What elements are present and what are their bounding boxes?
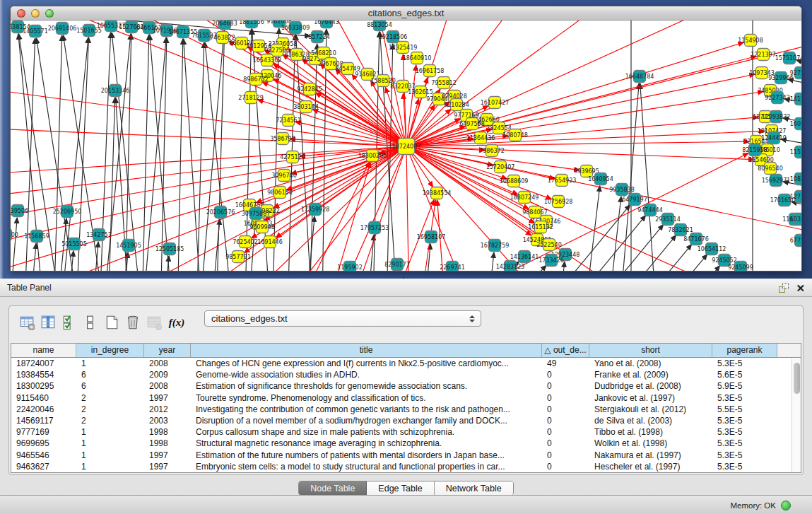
graph-node[interactable]: 10654112 xyxy=(698,243,726,255)
column-header-in_degree[interactable]: in_degree xyxy=(76,344,144,357)
graph-node[interactable]: 15751074 xyxy=(775,52,801,64)
graph-node-selected[interactable]: 9857791 xyxy=(225,251,251,263)
table-cell[interactable]: Estimation of significance thresholds fo… xyxy=(191,380,542,392)
table-cell[interactable]: 2008 xyxy=(144,380,191,392)
table-row[interactable]: 946554611997Estimation of the future num… xyxy=(11,450,801,461)
table-row[interactable]: 1830029562008Estimation of significance … xyxy=(11,380,801,392)
graph-node[interactable]: 1342757 xyxy=(86,229,112,241)
graph-node[interactable]: 8290177 xyxy=(384,259,410,271)
zoom-window-icon[interactable] xyxy=(45,9,54,18)
table-cell[interactable]: 5.3E-5 xyxy=(712,450,777,461)
table-cell[interactable]: Hescheler et al. (1997) xyxy=(589,461,712,472)
network-canvas[interactable]: 1872400718300295746382286601285912954232… xyxy=(11,21,801,271)
table-cell[interactable]: 1 xyxy=(76,426,144,438)
table-settings-icon[interactable] xyxy=(16,313,37,332)
table-cell[interactable]: Yano et al. (2008) xyxy=(589,358,712,369)
graph-node-selected[interactable]: 15720407 xyxy=(486,161,515,173)
table-cell[interactable]: 1997 xyxy=(144,450,191,461)
table-cell[interactable]: 0 xyxy=(542,438,589,449)
table-cell[interactable]: 6 xyxy=(76,380,144,392)
graph-node-selected[interactable]: 7986372 xyxy=(479,145,505,157)
graph-node-selected[interactable]: 16961758 xyxy=(416,65,445,77)
graph-node[interactable]: 5015505 xyxy=(61,238,87,250)
column-header-name[interactable]: name xyxy=(11,344,76,357)
graph-node[interactable]: 8471676 xyxy=(683,233,709,245)
table-cell[interactable]: 1997 xyxy=(144,392,191,404)
graph-node-selected[interactable]: 7234561 xyxy=(276,115,301,127)
graph-node[interactable]: 3915300 xyxy=(11,229,18,241)
table-cell[interactable]: 5.3E-5 xyxy=(712,426,777,438)
graph-node[interactable]: 17359928 xyxy=(301,204,330,216)
table-cell[interactable]: de Silva et al. (2003) xyxy=(589,415,712,426)
minimize-window-icon[interactable] xyxy=(31,9,40,18)
tab-node-table[interactable]: Node Table xyxy=(299,481,367,495)
graph-node[interactable]: 17957253 xyxy=(360,222,389,234)
graph-node-selected[interactable]: 1154908 xyxy=(738,35,763,47)
table-cell[interactable]: Franke et al. (2009) xyxy=(589,369,712,380)
table-row[interactable]: 946362711997Embryonic stem cells: a mode… xyxy=(11,461,801,472)
graph-node-selected[interactable]: 9806150 xyxy=(267,187,293,199)
table-cell[interactable]: Wolkin et al. (1998) xyxy=(589,438,712,449)
table-cell[interactable]: Tibbo et al. (1998) xyxy=(589,426,712,438)
table-cell[interactable]: 1997 xyxy=(144,461,191,472)
delete-icon[interactable] xyxy=(122,313,143,332)
table-cell[interactable]: Corpus callosum shape and size in male p… xyxy=(191,426,542,438)
table-cell[interactable]: 0 xyxy=(542,450,589,461)
column-header-title[interactable]: title xyxy=(191,344,542,357)
table-cell[interactable]: 2 xyxy=(76,392,144,404)
new-file-icon[interactable] xyxy=(101,313,122,332)
graph-node[interactable]: 20691406 xyxy=(48,23,77,35)
column-visibility-icon[interactable] xyxy=(37,313,59,332)
table-cell[interactable]: 0 xyxy=(542,392,589,404)
table-cell[interactable]: Embryonic stem cells: a model to study s… xyxy=(191,461,542,472)
graph-node[interactable]: 1451905 xyxy=(116,240,141,252)
vertical-scrollbar[interactable] xyxy=(792,358,801,473)
table-cell[interactable]: 9463627 xyxy=(11,461,76,472)
column-header-year[interactable]: year xyxy=(144,344,191,357)
select-all-icon[interactable] xyxy=(59,313,80,332)
table-cell[interactable]: 5.3E-5 xyxy=(712,438,777,449)
table-row[interactable]: 1872400712008Changes of HCN gene express… xyxy=(11,358,801,369)
table-cell[interactable]: 6 xyxy=(76,369,144,380)
table-cell[interactable]: 18724007 xyxy=(11,358,76,369)
table-cell[interactable]: 18300295 xyxy=(11,380,76,392)
graph-node-selected[interactable]: 10756928 xyxy=(544,196,573,208)
table-cell[interactable]: 9115460 xyxy=(11,392,76,404)
table-cell[interactable]: 0 xyxy=(542,461,589,472)
table-cell[interactable]: 5.6E-5 xyxy=(712,369,777,380)
column-header-pagerank[interactable]: pagerank xyxy=(712,344,777,357)
graph-node[interactable]: 1861556 xyxy=(239,21,264,28)
table-cell[interactable]: Disruption of a novel member of a sodium… xyxy=(191,415,542,426)
table-cell[interactable]: 0 xyxy=(542,426,589,438)
scrollbar-thumb[interactable] xyxy=(794,363,800,394)
table-cell[interactable]: 2 xyxy=(76,404,144,415)
graph-node[interactable]: 739506 xyxy=(11,205,28,217)
graph-node-selected[interactable]: 2718129 xyxy=(238,92,264,104)
table-cell[interactable]: Estimation of the future numbers of pati… xyxy=(191,450,542,461)
column-header-out_de[interactable]: △ out_de... xyxy=(542,344,589,357)
table-cell[interactable]: 9465546 xyxy=(11,450,76,461)
table-cell[interactable]: 19384554 xyxy=(11,369,76,380)
node-attribute-table[interactable]: namein_degreeyeartitle△ out_de...shortpa… xyxy=(11,343,801,473)
graph-node[interactable]: 16782759 xyxy=(481,240,510,252)
graph-node[interactable]: 2269741 xyxy=(440,262,465,271)
graph-node[interactable]: 1676443 xyxy=(314,21,339,28)
table-cell[interactable]: 0 xyxy=(542,369,589,380)
table-row[interactable]: 1938455462009Genome-wide association stu… xyxy=(11,369,801,380)
table-cell[interactable]: 0 xyxy=(542,415,589,426)
graph-node[interactable]: 15692971 xyxy=(762,175,791,187)
graph-node-selected[interactable]: 16107427 xyxy=(481,97,510,109)
close-window-icon[interactable] xyxy=(17,9,25,18)
table-cell[interactable]: 5.5E-5 xyxy=(712,404,777,415)
table-cell[interactable]: 1 xyxy=(76,461,144,472)
deselect-all-icon[interactable] xyxy=(80,313,101,332)
graph-node[interactable]: 20206576 xyxy=(206,206,235,218)
network-window[interactable]: citations_edges.txt 18724007183002957463… xyxy=(10,6,802,271)
table-cell[interactable]: 1998 xyxy=(144,426,191,438)
network-table-selector[interactable]: citations_edges.txt xyxy=(204,310,481,327)
table-cell[interactable]: 5.3E-5 xyxy=(712,461,777,472)
table-cell[interactable]: Jankovic et al. (1997) xyxy=(589,392,712,404)
graph-node-selected[interactable]: 18640910 xyxy=(403,52,432,64)
graph-node[interactable]: 8813054 xyxy=(367,21,392,31)
graph-node-selected[interactable]: 17654923 xyxy=(548,175,577,187)
